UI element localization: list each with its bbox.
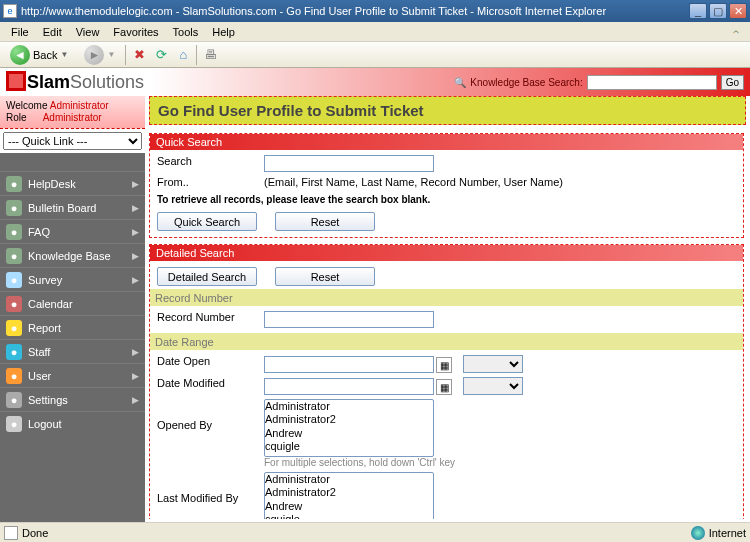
sidebar-icon: ● [6, 416, 22, 432]
date-open-time-select[interactable] [463, 355, 523, 373]
scroll-host[interactable]: Quick Search Search From.. (Email, First… [149, 127, 746, 519]
menu-tools[interactable]: Tools [166, 24, 206, 40]
refresh-icon[interactable]: ⟳ [152, 46, 170, 64]
menu-favorites[interactable]: Favorites [106, 24, 165, 40]
app-header: SlamSolutions 🔍 Knowledge Base Search: G… [0, 68, 750, 96]
chevron-right-icon: ▶ [132, 179, 139, 189]
toolbar: ◄ Back ▼ ► ▼ ✖ ⟳ ⌂ 🖶 [0, 42, 750, 68]
user-option[interactable]: Andrew [265, 500, 433, 513]
sidebar-item-label: Calendar [28, 298, 73, 310]
last-modified-by-select[interactable]: AdministratorAdministrator2Andrewcquigle [264, 472, 434, 519]
sidebar-item-faq[interactable]: ●FAQ▶ [0, 219, 145, 243]
sidebar-icon: ● [6, 320, 22, 336]
sidebar-icon: ● [6, 296, 22, 312]
menu-file[interactable]: File [4, 24, 36, 40]
detailed-reset-button[interactable]: Reset [275, 267, 375, 286]
sidebar-item-staff[interactable]: ●Staff▶ [0, 339, 145, 363]
chevron-right-icon: ▶ [132, 395, 139, 405]
sidebar-item-user[interactable]: ●User▶ [0, 363, 145, 387]
quick-search-button[interactable]: Quick Search [157, 212, 257, 231]
sidebar-item-report[interactable]: ●Report [0, 315, 145, 339]
quick-search-heading: Quick Search [150, 134, 743, 150]
close-button[interactable]: ✕ [729, 3, 747, 19]
kb-search-input[interactable] [587, 75, 717, 90]
date-modified-label: Date Modified [154, 377, 264, 389]
forward-button[interactable]: ► ▼ [78, 42, 121, 68]
user-option[interactable]: cquigle [265, 440, 433, 453]
role-value: Administrator [43, 112, 102, 123]
status-done: Done [22, 527, 48, 539]
logo-solutions: Solutions [70, 72, 144, 92]
calendar-icon[interactable]: ▦ [436, 357, 452, 373]
sidebar-item-survey[interactable]: ●Survey▶ [0, 267, 145, 291]
sidebar-item-logout[interactable]: ●Logout [0, 411, 145, 435]
user-option[interactable]: Administrator2 [265, 486, 433, 499]
main-panel: Go Find User Profile to Submit Ticket Qu… [145, 96, 750, 522]
role-label: Role [6, 112, 27, 123]
user-option[interactable]: cquigle [265, 513, 433, 519]
sidebar-item-label: Settings [28, 394, 68, 406]
user-option[interactable]: Administrator [265, 473, 433, 486]
print-icon[interactable]: 🖶 [201, 46, 219, 64]
window-title: http://www.themodulelogic.com - SlamSolu… [21, 5, 687, 17]
user-option[interactable]: Administrator [265, 400, 433, 413]
menu-view[interactable]: View [69, 24, 107, 40]
chevron-down-icon: ▼ [107, 50, 115, 59]
kb-go-button[interactable]: Go [721, 75, 744, 90]
sidebar-item-bulletin-board[interactable]: ●Bulletin Board▶ [0, 195, 145, 219]
minimize-button[interactable]: _ [689, 3, 707, 19]
page-title: Go Find User Profile to Submit Ticket [149, 96, 746, 125]
date-modified-input[interactable] [264, 378, 434, 395]
menubar: File Edit View Favorites Tools Help [0, 22, 750, 42]
sidebar-item-helpdesk[interactable]: ●HelpDesk▶ [0, 171, 145, 195]
done-icon [4, 526, 18, 540]
chevron-right-icon: ▶ [132, 227, 139, 237]
back-button[interactable]: ◄ Back ▼ [4, 42, 74, 68]
date-open-input[interactable] [264, 356, 434, 373]
sidebar-icon: ● [6, 272, 22, 288]
sidebar-icon: ● [6, 392, 22, 408]
status-bar: Done Internet [0, 522, 750, 542]
sidebar-item-knowledge-base[interactable]: ●Knowledge Base▶ [0, 243, 145, 267]
record-number-label: Record Number [154, 311, 264, 323]
user-option[interactable]: Administrator2 [265, 413, 433, 426]
menu-edit[interactable]: Edit [36, 24, 69, 40]
sidebar-item-label: Logout [28, 418, 62, 430]
home-icon[interactable]: ⌂ [174, 46, 192, 64]
stop-icon[interactable]: ✖ [130, 46, 148, 64]
maximize-button[interactable]: ▢ [709, 3, 727, 19]
kb-search-label: Knowledge Base Search: [470, 77, 582, 88]
welcome-user: Administrator [50, 100, 109, 111]
date-modified-time-select[interactable] [463, 377, 523, 395]
ie-logo-icon [726, 23, 746, 41]
search-icon: 🔍 [454, 77, 466, 88]
content-area: SlamSolutions 🔍 Knowledge Base Search: G… [0, 68, 750, 522]
record-number-heading: Record Number [150, 289, 743, 306]
calendar-icon[interactable]: ▦ [436, 379, 452, 395]
sidebar-item-label: Bulletin Board [28, 202, 97, 214]
chevron-right-icon: ▶ [132, 275, 139, 285]
from-hint: (Email, First Name, Last Name, Record Nu… [264, 176, 739, 188]
menu-help[interactable]: Help [205, 24, 242, 40]
quick-reset-button[interactable]: Reset [275, 212, 375, 231]
sidebar-item-label: Report [28, 322, 61, 334]
status-zone: Internet [709, 527, 746, 539]
sidebar-item-calendar[interactable]: ●Calendar [0, 291, 145, 315]
logo-slam: Slam [27, 72, 70, 92]
sidebar-item-settings[interactable]: ●Settings▶ [0, 387, 145, 411]
internet-zone-icon [691, 526, 705, 540]
quick-search-section: Quick Search Search From.. (Email, First… [149, 133, 744, 238]
sidebar-item-label: Survey [28, 274, 62, 286]
welcome-box: Welcome Administrator Role Administrator [0, 96, 145, 129]
opened-by-select[interactable]: AdministratorAdministrator2Andrewcquigle [264, 399, 434, 457]
quicklink-select[interactable]: --- Quick Link --- [3, 132, 142, 150]
user-option[interactable]: Andrew [265, 427, 433, 440]
sidebar-icon: ● [6, 344, 22, 360]
search-input[interactable] [264, 155, 434, 172]
sidebar-item-label: User [28, 370, 51, 382]
kb-search-area: 🔍 Knowledge Base Search: Go [454, 75, 744, 90]
sidebar: Welcome Administrator Role Administrator… [0, 96, 145, 522]
record-number-input[interactable] [264, 311, 434, 328]
detailed-search-button[interactable]: Detailed Search [157, 267, 257, 286]
welcome-label: Welcome [6, 100, 48, 111]
